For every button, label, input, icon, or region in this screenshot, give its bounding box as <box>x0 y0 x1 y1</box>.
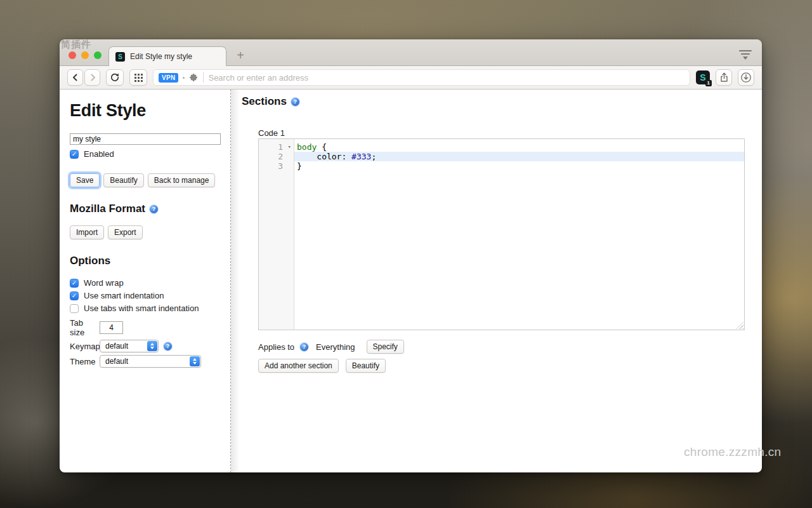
share-button[interactable] <box>716 69 732 86</box>
back-arrow-icon <box>71 73 80 82</box>
code-section-label: Code 1 <box>258 128 745 138</box>
new-tab-button[interactable]: + <box>232 46 249 64</box>
stylish-extension-button[interactable]: S 1 <box>696 70 710 84</box>
tab-list-icon[interactable] <box>739 50 752 59</box>
options-checkbox-list: ✓Word wrap✓Use smart indentationUse tabs… <box>70 278 220 313</box>
page-content: Edit Style ✓ Enabled Save Beautify Back … <box>60 90 762 472</box>
options-heading: Options <box>70 255 220 267</box>
reload-icon <box>110 72 120 83</box>
tab-size-input[interactable] <box>100 321 123 334</box>
theme-select[interactable]: default <box>100 355 201 368</box>
code-line[interactable]: color: #333; <box>294 152 744 161</box>
tab-strip: S Edit Style my style + <box>60 39 762 66</box>
sections-heading: Sections ? <box>242 95 745 108</box>
stylish-favicon-icon: S <box>115 52 125 62</box>
option-checkbox-row[interactable]: ✓Use smart indentation <box>70 291 220 300</box>
address-divider <box>203 72 204 83</box>
mozilla-format-heading: Mozilla Format ? <box>70 203 220 215</box>
keymap-value: default <box>105 342 128 351</box>
code-editor[interactable]: 1▾23 body { color: #333;} <box>258 138 745 330</box>
forward-button[interactable] <box>84 69 100 86</box>
watermark-bottom-right: chrome.zzzmh.cn <box>684 445 781 459</box>
browser-window: S Edit Style my style + <box>60 39 762 472</box>
reload-button[interactable] <box>106 69 124 86</box>
edit-style-sidebar: Edit Style ✓ Enabled Save Beautify Back … <box>60 90 231 472</box>
editor-gutter: 1▾23 <box>259 139 294 330</box>
fold-arrow-icon[interactable]: ▾ <box>288 142 291 152</box>
minimize-window-button[interactable] <box>81 51 89 59</box>
enabled-label: Enabled <box>84 149 114 159</box>
enabled-checkbox[interactable]: ✓ <box>70 150 79 159</box>
checkbox[interactable] <box>70 304 79 313</box>
grid-icon <box>134 73 143 83</box>
mozilla-format-help-icon[interactable]: ? <box>150 205 158 213</box>
keymap-help-icon[interactable]: ? <box>164 342 172 351</box>
option-checkbox-row[interactable]: ✓Word wrap <box>70 278 220 288</box>
add-another-section-button[interactable]: Add another section <box>258 359 339 373</box>
code-line[interactable]: body { <box>294 142 744 152</box>
back-to-manage-button[interactable]: Back to manage <box>148 173 216 187</box>
checkbox-label: Word wrap <box>84 278 124 288</box>
sections-help-icon[interactable]: ? <box>291 98 299 106</box>
beautify-button[interactable]: Beautify <box>103 173 143 187</box>
forward-arrow-icon <box>88 73 97 82</box>
export-button[interactable]: Export <box>108 225 143 239</box>
select-stepper-icon <box>190 356 200 366</box>
keymap-label: Keymap <box>70 342 100 351</box>
apps-grid-button[interactable] <box>129 69 147 86</box>
close-window-button[interactable] <box>69 51 76 59</box>
extension-badge: 1 <box>705 80 712 86</box>
checkbox[interactable]: ✓ <box>70 279 79 288</box>
import-button[interactable]: Import <box>70 225 104 239</box>
dot-separator <box>183 77 185 79</box>
line-number[interactable]: 2 <box>259 152 294 161</box>
vpn-badge[interactable]: VPN <box>159 73 178 83</box>
section-beautify-button[interactable]: Beautify <box>346 359 386 373</box>
editor-code[interactable]: body { color: #333;} <box>294 139 744 330</box>
applies-to-label: Applies to <box>258 342 294 352</box>
downloads-button[interactable] <box>738 69 754 86</box>
keymap-select[interactable]: default <box>100 340 159 352</box>
line-number[interactable]: 1▾ <box>259 142 294 152</box>
line-number[interactable]: 3 <box>259 161 294 171</box>
traffic-lights <box>69 51 102 59</box>
address-bar[interactable]: VPN Search or enter an address <box>153 69 690 86</box>
tab-size-label: Tab size <box>70 318 100 337</box>
save-button[interactable]: Save <box>70 173 100 187</box>
code-line[interactable]: } <box>294 161 744 171</box>
specify-button[interactable]: Specify <box>367 340 404 354</box>
enabled-row[interactable]: ✓ Enabled <box>70 149 220 159</box>
extension-puzzle-icon[interactable] <box>189 73 199 83</box>
checkbox-label: Use tabs with smart indentation <box>84 304 199 313</box>
applies-to-value: Everything <box>316 342 355 352</box>
browser-toolbar: VPN Search or enter an address S 1 <box>60 66 762 90</box>
theme-value: default <box>105 357 128 366</box>
sections-panel: Sections ? Code 1 1▾23 body { color: #33… <box>231 90 762 472</box>
share-icon <box>719 72 729 83</box>
download-icon <box>740 72 752 83</box>
tab-title: Edit Style my style <box>130 52 192 61</box>
address-placeholder: Search or enter an address <box>208 73 308 83</box>
checkbox-label: Use smart indentation <box>84 291 164 300</box>
checkbox[interactable]: ✓ <box>70 291 79 300</box>
select-stepper-icon <box>147 341 157 351</box>
applies-to-help-icon[interactable]: ? <box>300 343 308 351</box>
browser-tab[interactable]: S Edit Style my style <box>108 46 226 66</box>
option-checkbox-row[interactable]: Use tabs with smart indentation <box>70 304 220 313</box>
back-button[interactable] <box>67 69 83 86</box>
zoom-window-button[interactable] <box>94 51 102 59</box>
page-title: Edit Style <box>70 101 220 121</box>
watermark-top-left: 简插件 <box>61 39 91 51</box>
style-name-input[interactable] <box>70 133 221 145</box>
theme-label: Theme <box>70 357 100 366</box>
